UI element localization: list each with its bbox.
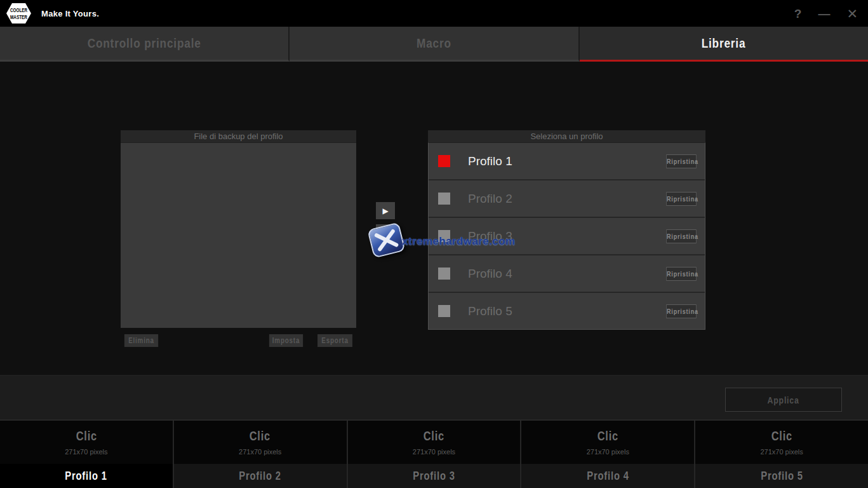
binding-info: Clic 271x70 pixels (348, 421, 521, 464)
delete-backup-button[interactable]: Elimina (124, 334, 158, 347)
profile-row-5[interactable]: Profilo 5 Ripristina (429, 293, 705, 329)
binding-size: 271x70 pixels (587, 448, 629, 456)
binding-action: Clic (424, 429, 444, 444)
restore-button[interactable]: Ripristina (666, 304, 697, 318)
profile-name: Profilo 5 (468, 304, 512, 318)
restore-button[interactable]: Ripristina (666, 192, 697, 206)
export-backup-button[interactable]: Esporta (317, 334, 352, 347)
binding-info: Clic 271x70 pixels (174, 421, 347, 464)
binding-info: Clic 271x70 pixels (695, 421, 868, 464)
profile-checkbox[interactable] (438, 155, 450, 167)
profile-bar: Clic 271x70 pixels Profilo 1 Clic 271x70… (0, 419, 868, 488)
library-content: File di backup del profilo Elimina Impos… (0, 62, 868, 375)
arrow-right-icon: ▶ (382, 207, 388, 215)
binding-action: Clic (598, 429, 618, 444)
profile-name: Profilo 2 (468, 192, 512, 206)
profile-checkbox[interactable] (438, 193, 450, 205)
profile-checkbox[interactable] (438, 268, 450, 280)
profile-bar-name[interactable]: Profilo 3 (348, 464, 521, 488)
binding-size: 271x70 pixels (239, 448, 281, 456)
title-bar: COOLER MASTER Make It Yours. ? — ✕ (0, 0, 868, 27)
profile-bar-cell-5[interactable]: Clic 271x70 pixels Profilo 5 (695, 421, 868, 488)
tab-label: Controllo principale (88, 36, 201, 51)
profile-row-1[interactable]: Profilo 1 Ripristina (429, 143, 705, 179)
profile-bar-name[interactable]: Profilo 5 (695, 464, 868, 488)
restore-button[interactable]: Ripristina (666, 229, 697, 243)
window-controls: ? — ✕ (794, 7, 858, 20)
profile-bar-cell-4[interactable]: Clic 271x70 pixels Profilo 4 (521, 421, 695, 488)
help-icon[interactable]: ? (794, 8, 802, 20)
watermark-x-icon (367, 222, 406, 259)
binding-action: Clic (76, 429, 97, 444)
binding-info: Clic 271x70 pixels (0, 421, 173, 464)
app-window: COOLER MASTER Make It Yours. ? — ✕ Contr… (0, 0, 868, 488)
svg-text:MASTER: MASTER (10, 13, 27, 20)
profile-bar-name[interactable]: Profilo 2 (174, 464, 347, 488)
brand-tagline: Make It Yours. (41, 9, 99, 18)
move-right-button[interactable]: ▶ (376, 202, 395, 219)
import-backup-button[interactable]: Imposta (269, 334, 303, 347)
apply-button[interactable]: Applica (725, 388, 842, 412)
binding-action: Clic (250, 429, 270, 444)
profile-bar-name[interactable]: Profilo 4 (521, 464, 694, 488)
binding-size: 271x70 pixels (760, 448, 803, 456)
backup-panel-title: File di backup del profilo (121, 130, 356, 142)
svg-text:COOLER: COOLER (10, 6, 27, 13)
profile-name: Profilo 1 (468, 154, 512, 168)
binding-size: 271x70 pixels (413, 448, 455, 456)
watermark-text: xtremehardware.com (402, 235, 515, 248)
tab-libreria[interactable]: Libreria (580, 27, 868, 62)
restore-button[interactable]: Ripristina (666, 267, 697, 281)
profile-bar-name[interactable]: Profilo 1 (0, 464, 173, 488)
tab-label: Macro (417, 36, 451, 51)
profile-bar-cell-2[interactable]: Clic 271x70 pixels Profilo 2 (174, 421, 348, 488)
action-footer: Applica (0, 375, 868, 419)
profile-row-2[interactable]: Profilo 2 Ripristina (429, 180, 705, 217)
profile-select-panel: Seleziona un profilo Profilo 1 Ripristin… (428, 130, 705, 330)
cooler-master-logo-icon: COOLER MASTER (6, 3, 32, 24)
profile-name: Profilo 4 (468, 267, 512, 281)
close-icon[interactable]: ✕ (846, 7, 858, 20)
binding-action: Clic (771, 429, 792, 444)
backup-file-list[interactable] (121, 142, 356, 328)
binding-info: Clic 271x70 pixels (521, 421, 694, 464)
apply-label: Applica (768, 395, 799, 405)
backup-files-panel: File di backup del profilo (121, 130, 356, 328)
binding-size: 271x70 pixels (65, 448, 107, 456)
tab-controllo-principale[interactable]: Controllo principale (0, 27, 290, 62)
tab-macro[interactable]: Macro (290, 27, 579, 62)
tab-label: Libreria (702, 36, 746, 51)
tab-bar: Controllo principale Macro Libreria (0, 27, 868, 62)
profile-bar-cell-1[interactable]: Clic 271x70 pixels Profilo 1 (0, 421, 174, 488)
profile-checkbox[interactable] (438, 305, 450, 317)
profile-bar-cell-3[interactable]: Clic 271x70 pixels Profilo 3 (348, 421, 522, 488)
restore-button[interactable]: Ripristina (666, 154, 697, 168)
profile-panel-title: Seleziona un profilo (428, 130, 705, 142)
minimize-icon[interactable]: — (818, 8, 830, 20)
profile-row-4[interactable]: Profilo 4 Ripristina (429, 255, 705, 292)
